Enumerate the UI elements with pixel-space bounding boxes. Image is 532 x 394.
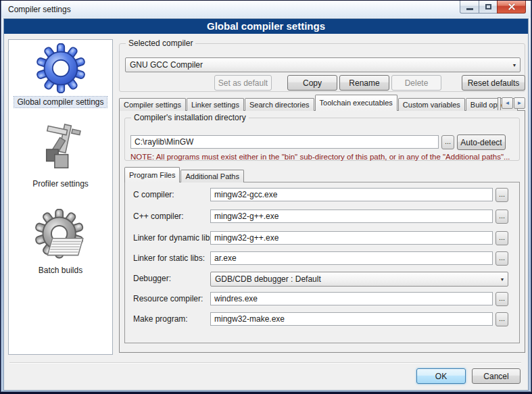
- tab-linker-settings[interactable]: Linker settings: [187, 98, 244, 111]
- tab-custom-variables[interactable]: Custom variables: [398, 98, 465, 111]
- sidebar-item-profiler-settings[interactable]: Profiler settings: [9, 124, 112, 189]
- installation-directory-group-label: Compiler's installation directory: [131, 113, 249, 122]
- sidebar-item-label: Global compiler settings: [14, 97, 106, 107]
- tab-search-directories[interactable]: Search directories: [245, 98, 314, 111]
- static-linker-input[interactable]: [210, 251, 493, 265]
- installation-directory-group: Compiler's installation directory ... Au…: [124, 118, 520, 161]
- bin-subdirectory-note: NOTE: All programs must exist either in …: [130, 153, 516, 161]
- sidebar-item-batch-builds[interactable]: Batch builds: [9, 209, 112, 276]
- minimize-button[interactable]: [460, 1, 479, 14]
- resource-compiler-input[interactable]: [210, 292, 493, 305]
- tab-compiler-settings[interactable]: Compiler settings: [119, 98, 186, 111]
- set-as-default-button[interactable]: Set as default: [214, 75, 272, 91]
- tab-scroll-left-icon[interactable]: ◄: [502, 97, 513, 109]
- window-controls: [460, 1, 526, 14]
- ok-button[interactable]: OK: [416, 368, 466, 384]
- browse-make-program-button[interactable]: ...: [495, 312, 508, 326]
- tab-scroll-buttons: ◄ ►: [502, 97, 525, 109]
- selected-compiler-group-label: Selected compiler: [126, 39, 195, 48]
- sidebar-item-label: Batch builds: [36, 265, 85, 276]
- browse-resource-compiler-button[interactable]: ...: [495, 292, 508, 306]
- footer-divider: [9, 362, 521, 364]
- close-icon: [508, 3, 516, 11]
- field-label: C++ compiler:: [133, 212, 184, 221]
- minimize-icon: [466, 8, 473, 10]
- maximize-button[interactable]: [479, 1, 498, 14]
- debugger-select-value: GDB/CDB debugger : Default: [211, 274, 497, 284]
- settings-category-list: Global compiler settings Profiler settin…: [8, 39, 113, 355]
- cpp-compiler-input[interactable]: [210, 210, 493, 223]
- browse-directory-button[interactable]: ...: [441, 135, 454, 149]
- chevron-down-icon: ▼: [509, 63, 520, 68]
- field-label: C compiler:: [133, 190, 174, 199]
- make-program-input[interactable]: [210, 312, 493, 326]
- page-title: Global compiler settings: [4, 19, 528, 34]
- chevron-down-icon: ▼: [497, 277, 508, 282]
- window-title: Compiler settings: [8, 5, 71, 14]
- field-label: Linker for dynamic libs:: [133, 233, 216, 243]
- browse-dynamic-linker-button[interactable]: ...: [495, 231, 508, 245]
- browse-c-compiler-button[interactable]: ...: [495, 188, 508, 202]
- reset-defaults-button[interactable]: Reset defaults: [462, 75, 525, 91]
- sidebar-item-label: Profiler settings: [30, 178, 91, 189]
- program-files-panel: C compiler: ... C++ compiler: ... Linker…: [124, 182, 520, 343]
- compiler-select[interactable]: GNU GCC Compiler ▼: [125, 57, 521, 72]
- auto-detect-button[interactable]: Auto-detect: [457, 134, 506, 150]
- sidebar-item-global-compiler-settings[interactable]: Global compiler settings: [9, 43, 112, 107]
- subtab-program-files[interactable]: Program Files: [124, 167, 180, 182]
- debugger-select[interactable]: GDB/CDB debugger : Default ▼: [210, 272, 508, 287]
- field-label: Linker for static libs:: [133, 253, 205, 263]
- dynamic-linker-input[interactable]: [210, 231, 493, 245]
- tab-partial[interactable]: [498, 97, 501, 110]
- copy-button[interactable]: Copy: [287, 75, 337, 91]
- toolchain-subtabs: Program Files Additional Paths: [124, 167, 245, 182]
- compiler-settings-window: Compiler settings Global compiler settin…: [0, 0, 532, 394]
- tab-toolchain-executables[interactable]: Toolchain executables: [315, 95, 397, 111]
- tab-scroll-right-icon[interactable]: ►: [514, 97, 525, 109]
- title-bar[interactable]: Compiler settings: [1, 1, 531, 18]
- maximize-icon: [485, 4, 491, 9]
- installation-directory-input[interactable]: [130, 135, 439, 149]
- blue-gear-icon: [36, 43, 86, 93]
- field-label: Make program:: [133, 314, 188, 324]
- gray-gear-icon: [34, 209, 87, 262]
- subtab-additional-paths[interactable]: Additional Paths: [180, 170, 244, 182]
- delete-button[interactable]: Delete: [391, 75, 441, 91]
- browse-cpp-compiler-button[interactable]: ...: [495, 210, 508, 224]
- field-label: Resource compiler:: [133, 294, 203, 303]
- cancel-button[interactable]: Cancel: [472, 368, 521, 384]
- compiler-select-value: GNU GCC Compiler: [126, 60, 509, 70]
- field-label: Debugger:: [133, 274, 171, 283]
- caliper-icon: [35, 124, 87, 175]
- selected-compiler-group: Selected compiler GNU GCC Compiler ▼ Set…: [119, 43, 525, 92]
- c-compiler-input[interactable]: [210, 188, 493, 201]
- browse-static-linker-button[interactable]: ...: [495, 251, 508, 266]
- close-button[interactable]: [497, 1, 526, 14]
- compiler-settings-tabs: Compiler settings Linker settings Search…: [119, 95, 518, 111]
- rename-button[interactable]: Rename: [339, 75, 389, 91]
